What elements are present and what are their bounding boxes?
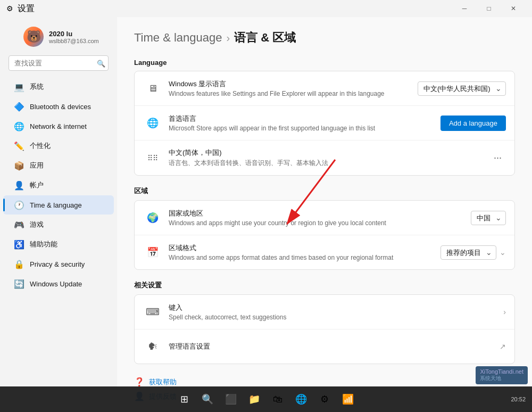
country-icon: 🌍 [143,208,162,227]
get-help-icon: ❓ [134,377,145,387]
country-select[interactable]: 中国 [471,211,506,225]
nav-item-gaming[interactable]: 🎮 游戏 [3,215,114,234]
country-select-wrapper: 中国 [471,211,506,225]
close-button[interactable]: ✕ [501,0,526,17]
preferred-lang-action: Add a language [440,116,506,131]
lang-settings-text: 管理语言设置 [169,342,500,351]
user-email: wslbb87@163.com [49,38,99,44]
chinese-lang-text: 中文(简体，中国) 语言包、文本到语音转换、语音识别、手写、基本输入法 [169,148,489,168]
chinese-lang-icon: ⠿⠿ [143,149,162,168]
typing-row[interactable]: ⌨ 键入 Spell check, autocorrect, text sugg… [135,295,514,329]
display-lang-action: 中文(中华人民共和国) [418,81,506,96]
apps-icon: 📦 [14,160,24,171]
nav-item-accessibility[interactable]: ♿ 辅助功能 [3,235,114,254]
display-lang-select[interactable]: 中文(中华人民共和国) [418,81,506,96]
nav-label-accessibility: 辅助功能 [30,240,57,249]
search-input[interactable] [9,55,109,71]
update-icon: 🔄 [14,278,24,289]
region-section-title: 区域 [134,186,515,196]
taskbar-search[interactable]: 🔍 [197,389,218,410]
region-card: 🌍 国家或地区 Windows and apps might use your … [134,200,515,270]
nav-item-accounts[interactable]: 👤 帐户 [3,176,114,195]
external-link-icon: ↗ [500,342,506,351]
breadcrumb-separator: › [227,32,230,44]
start-button[interactable]: ⊞ [173,389,195,410]
nav-item-privacy[interactable]: 🔒 Privacy & security [3,254,114,274]
chrome-button[interactable]: 🌐 [290,389,312,410]
task-view-button[interactable]: ⬛ [220,389,242,410]
taskbar-right: 20:52 [511,396,526,402]
lang-settings-row[interactable]: 🗣 管理语言设置 ↗ [135,329,514,364]
network-taskbar-button[interactable]: 📶 [337,389,359,410]
search-icon[interactable]: 🔍 [97,59,105,67]
country-text: 国家或地区 Windows and apps might use your co… [169,209,471,227]
preferred-lang-title: 首选语言 [169,114,440,123]
nav-item-system[interactable]: 💻 系统 [3,77,114,96]
chinese-lang-action: ··· [489,150,506,166]
regional-format-text: 区域格式 Windows and some apps format dates … [169,243,440,261]
breadcrumb: Time & language › 语言 & 区域 [134,30,515,46]
preferred-language-row[interactable]: 🌐 首选语言 Microsoft Store apps will appear … [135,106,514,141]
nav-label-update: Windows Update [30,280,82,288]
maximize-button[interactable]: □ [477,0,501,17]
nav-label-privacy: Privacy & security [30,260,85,268]
regional-format-subtitle: Windows and some apps format dates and t… [169,254,440,261]
country-action: 中国 [471,211,506,225]
display-lang-icon: 🖥 [143,79,162,98]
lang-settings-action: ↗ [500,342,506,351]
nav-label-accounts: 帐户 [30,180,44,190]
title-bar-text: 设置 [18,3,35,14]
typing-title: 键入 [169,303,503,312]
nav-item-personalize[interactable]: ✏️ 个性化 [3,136,114,155]
bluetooth-icon: 🔷 [14,101,24,112]
dots-menu-chinese[interactable]: ··· [489,150,506,166]
privacy-icon: 🔒 [14,259,24,269]
title-bar-icon: ⚙ [6,4,13,13]
nav-label-bluetooth: Bluetooth & devices [30,103,91,111]
language-card: 🖥 Windows 显示语言 Windows features like Set… [134,71,515,176]
main-content: Time & language › 语言 & 区域 Language 🖥 Win… [117,17,532,412]
nav-item-apps[interactable]: 📦 应用 [3,156,114,175]
system-icon: 💻 [14,81,24,92]
sidebar: 🐻 2020 lu wslbb87@163.com 🔍 💻 系统 🔷 Bluet… [0,17,117,412]
display-lang-title: Windows 显示语言 [169,79,418,89]
microsoft-store-button[interactable]: 🛍 [267,389,288,410]
regional-format-icon: 📅 [143,243,162,262]
preferred-lang-text: 首选语言 Microsoft Store apps will appear in… [169,114,440,132]
lang-settings-title: 管理语言设置 [169,342,500,351]
display-language-row[interactable]: 🖥 Windows 显示语言 Windows features like Set… [135,71,514,106]
regional-format-row[interactable]: 📅 区域格式 Windows and some apps format date… [135,235,514,269]
app-container: 🐻 2020 lu wslbb87@163.com 🔍 💻 系统 🔷 Bluet… [0,17,532,412]
display-lang-text: Windows 显示语言 Windows features like Setti… [169,79,418,97]
nav-item-network[interactable]: 🌐 Network & internet [3,117,114,136]
page-title: 语言 & 区域 [234,30,296,46]
nav-item-time[interactable]: 🕐 Time & language [3,195,114,215]
settings-taskbar-button[interactable]: ⚙ [314,389,335,410]
regional-format-select[interactable]: 推荐的项目 [440,245,496,260]
accessibility-icon: ♿ [14,239,24,250]
add-language-button[interactable]: Add a language [440,116,506,131]
nav-label-network: Network & internet [30,122,87,130]
preferred-lang-icon: 🌐 [143,113,162,133]
time-icon: 🕐 [14,200,24,210]
breadcrumb-parent: Time & language [134,31,222,45]
country-subtitle: Windows and apps might use your country … [169,219,471,227]
accounts-icon: 👤 [14,180,24,191]
avatar: 🐻 [23,27,44,47]
minimize-button[interactable]: ─ [452,0,477,17]
typing-subtitle: Spell check, autocorrect, text suggestio… [169,314,503,321]
display-lang-select-wrapper: 中文(中华人民共和国) [418,81,506,96]
country-title: 国家或地区 [169,209,471,218]
user-profile[interactable]: 🐻 2020 lu wslbb87@163.com [0,21,117,55]
country-row[interactable]: 🌍 国家或地区 Windows and apps might use your … [135,201,514,235]
nav-label-system: 系统 [30,82,44,92]
chinese-lang-title: 中文(简体，中国) [169,148,489,158]
user-info: 2020 lu wslbb87@163.com [49,30,99,44]
nav-item-update[interactable]: 🔄 Windows Update [3,274,114,293]
related-card: ⌨ 键入 Spell check, autocorrect, text sugg… [134,294,515,364]
display-lang-subtitle: Windows features like Settings and File … [169,90,418,97]
nav-item-bluetooth[interactable]: 🔷 Bluetooth & devices [3,97,114,116]
lang-settings-icon: 🗣 [143,337,162,356]
chinese-language-row[interactable]: ⠿⠿ 中文(简体，中国) 语言包、文本到语音转换、语音识别、手写、基本输入法 ·… [135,141,514,175]
file-explorer-button[interactable]: 📁 [244,389,265,410]
